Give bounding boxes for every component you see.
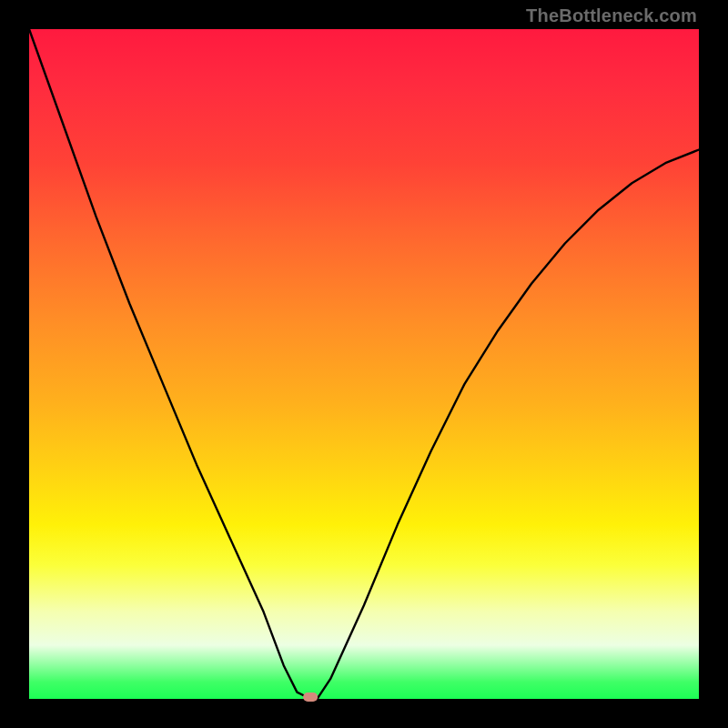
chart-frame: TheBottleneck.com — [0, 0, 728, 728]
bottleneck-curve — [29, 29, 699, 699]
optimal-point-marker — [303, 693, 318, 702]
watermark-text: TheBottleneck.com — [526, 5, 697, 26]
curve-layer — [29, 29, 699, 699]
